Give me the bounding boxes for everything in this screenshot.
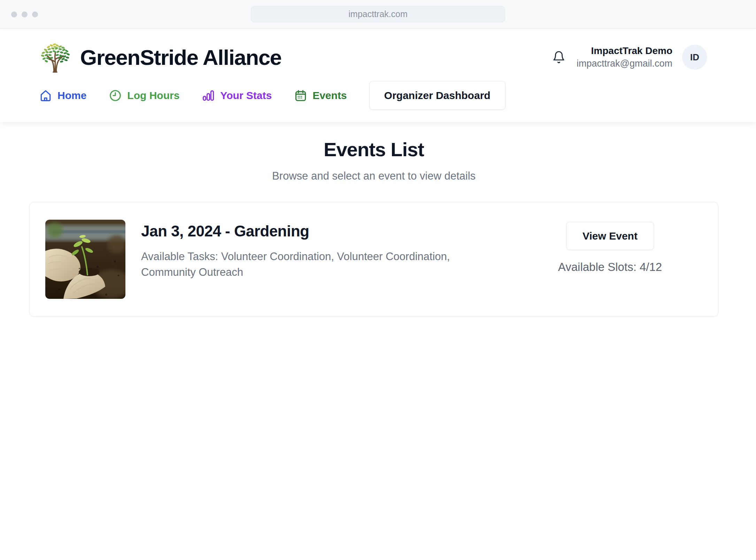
event-actions: View Event Available Slots: 4/12 — [553, 220, 668, 274]
window-control-dot[interactable] — [22, 12, 28, 17]
nav-label: Events — [313, 90, 347, 101]
url-bar[interactable]: impacttrak.com — [251, 6, 505, 22]
notifications-button[interactable] — [551, 49, 567, 65]
event-thumbnail — [45, 220, 125, 299]
avatar[interactable]: ID — [682, 45, 707, 70]
clock-icon — [109, 89, 122, 102]
tree-logo-icon — [39, 41, 71, 73]
view-event-button[interactable]: View Event — [566, 222, 654, 250]
event-card: Jan 3, 2024 - Gardening Available Tasks:… — [29, 202, 718, 317]
user-email: impacttrak@gmail.com — [577, 58, 672, 70]
user-name: ImpactTrak Demo — [577, 45, 672, 57]
nav-item-home[interactable]: Home — [39, 89, 86, 102]
event-info: Jan 3, 2024 - Gardening Available Tasks:… — [141, 220, 553, 280]
nav-item-your-stats[interactable]: Your Stats — [202, 89, 272, 102]
user-info: ImpactTrak Demo impacttrak@gmail.com — [577, 45, 672, 69]
nav-item-log-hours[interactable]: Log Hours — [109, 89, 179, 102]
site-header: GreenStride Alliance ImpactTrak Demo imp… — [0, 29, 756, 122]
bar-chart-icon — [202, 89, 215, 102]
nav-label: Log Hours — [127, 90, 179, 101]
main-content: Events List Browse and select an event t… — [0, 122, 756, 317]
calendar-icon — [294, 89, 307, 102]
organizer-dashboard-button[interactable]: Organizer Dashboard — [369, 81, 506, 110]
browser-chrome: impacttrak.com — [0, 0, 756, 29]
home-icon — [39, 89, 52, 102]
main-nav: Home Log Hours Your Stats — [39, 73, 707, 122]
url-text: impacttrak.com — [348, 9, 407, 19]
window-control-dot[interactable] — [11, 12, 17, 17]
nav-label: Home — [57, 90, 86, 101]
nav-item-events[interactable]: Events — [294, 89, 347, 102]
brand: GreenStride Alliance — [39, 41, 281, 73]
page-title: Events List — [29, 138, 718, 161]
event-tasks: Available Tasks: Volunteer Coordination,… — [141, 249, 476, 280]
event-slots: Available Slots: 4/12 — [558, 260, 662, 274]
bell-icon — [552, 51, 565, 64]
avatar-initials: ID — [690, 52, 699, 63]
event-title: Jan 3, 2024 - Gardening — [141, 222, 553, 240]
user-cluster: ImpactTrak Demo impacttrak@gmail.com ID — [551, 45, 707, 70]
page-subtitle: Browse and select an event to view detai… — [29, 170, 718, 182]
nav-label: Your Stats — [220, 90, 272, 101]
brand-title: GreenStride Alliance — [80, 45, 281, 70]
window-control-dot[interactable] — [32, 12, 38, 17]
window-controls — [11, 0, 38, 29]
